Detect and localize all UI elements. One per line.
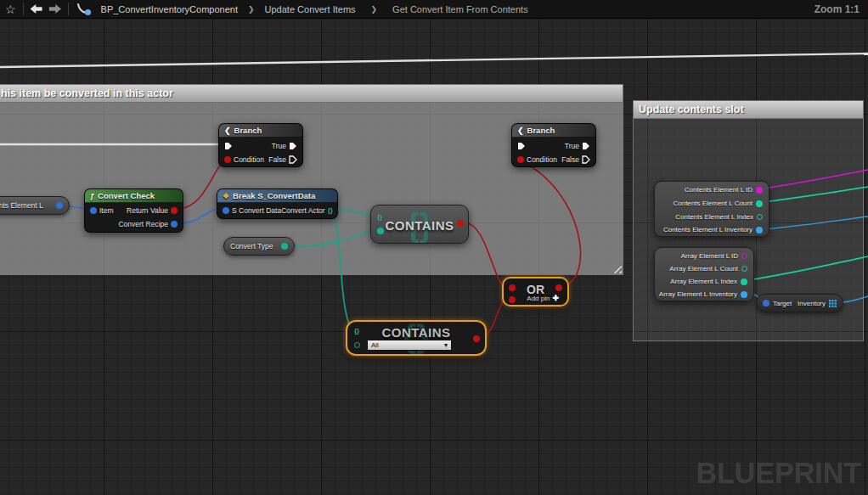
- add-pin-label: Add pin: [527, 295, 550, 302]
- blueprint-watermark: BLUEPRINT: [696, 455, 861, 490]
- variable-label: Contents Element L: [0, 201, 43, 210]
- pin-label: Contents Element L Count: [673, 200, 752, 207]
- node-title: Branch: [234, 126, 262, 135]
- inventory-pin[interactable]: [756, 227, 763, 233]
- pin-label: Convert Actor: [281, 206, 325, 215]
- pin-label: Array Element L ID: [681, 252, 738, 260]
- chevron-down-icon: ▾: [444, 341, 448, 349]
- index-pin[interactable]: [757, 214, 763, 220]
- pin-label: S Convert Data: [232, 206, 281, 215]
- contains-node-1[interactable]: {} CONTAINS {}: [370, 205, 469, 244]
- convert-recipe-pin[interactable]: [171, 221, 178, 228]
- exec-false-pin[interactable]: [289, 155, 297, 164]
- variable-label: Convert Type: [230, 242, 273, 250]
- exec-true-pin[interactable]: [289, 142, 297, 150]
- convert-type-node[interactable]: Convert Type: [223, 237, 295, 256]
- blueprint-graph-canvas[interactable]: his item be converted in this actor Upda…: [0, 0, 868, 495]
- s-convert-data-pin[interactable]: [223, 207, 229, 214]
- plus-icon: ✚: [552, 294, 559, 302]
- breadcrumb-function[interactable]: Update Convert Items: [265, 4, 356, 14]
- target-pin[interactable]: [763, 300, 769, 307]
- branch-icon: ❮: [224, 127, 231, 135]
- inventory-pin[interactable]: [741, 291, 747, 298]
- array-in-pin[interactable]: {}: [377, 214, 382, 221]
- break-struct-node[interactable]: ❖ Break S_ConvertData S Convert Data Con…: [217, 188, 338, 219]
- contains-node-2[interactable]: {} CONTAINS {} All ▾: [346, 320, 487, 356]
- function-icon: ƒ: [90, 192, 94, 200]
- exec-false-pin[interactable]: [582, 155, 590, 164]
- item-pin[interactable]: [90, 207, 97, 214]
- contents-element-outputs-node[interactable]: Contents Element L ID Contents Element L…: [654, 181, 769, 237]
- pin-label: Array Element L Index: [670, 278, 737, 285]
- break-struct-icon: ❖: [223, 192, 229, 200]
- contains-label: CONTAINS: [347, 325, 485, 340]
- breadcrumb-bar: ☆ BP_ConvertInventoryComponent ❯ Update …: [0, 0, 868, 19]
- contents-element-pin[interactable]: [56, 202, 63, 209]
- pin-label: Array Element L Inventory: [659, 290, 737, 298]
- count-pin[interactable]: [756, 200, 763, 207]
- pin-label: Inventory: [798, 300, 826, 307]
- comment-title-bar[interactable]: Update contents slot: [634, 101, 863, 119]
- convert-type-pin[interactable]: [281, 243, 288, 250]
- return-value-pin[interactable]: [171, 207, 178, 214]
- pin-label: Contents Element L Inventory: [663, 226, 752, 233]
- or-in-pin-1[interactable]: [509, 284, 516, 291]
- condition-pin[interactable]: [224, 156, 231, 163]
- pin-label: Contents Element L ID: [685, 186, 752, 194]
- value-in-pin[interactable]: [354, 342, 360, 348]
- or-node[interactable]: OR Add pin ✚: [502, 277, 569, 307]
- comment-title-bar[interactable]: his item be converted in this actor: [0, 85, 623, 103]
- id-pin[interactable]: [756, 187, 763, 194]
- condition-pin[interactable]: [517, 156, 524, 163]
- comment-box-convert-check[interactable]: his item be converted in this actor: [0, 84, 623, 275]
- branch-icon: ❮: [517, 127, 524, 135]
- or-in-pin-2[interactable]: [509, 296, 516, 303]
- node-title: Convert Check: [98, 191, 155, 200]
- breadcrumb-subgraph[interactable]: Get Convert Item From Contents: [392, 4, 528, 14]
- convert-actor-pin[interactable]: {}: [328, 207, 333, 214]
- id-pin[interactable]: [741, 253, 747, 259]
- pin-label: True: [272, 142, 286, 150]
- branch-node-1[interactable]: ❮ Branch True Condition False: [218, 123, 303, 167]
- divider: [68, 3, 69, 15]
- or-out-pin[interactable]: [555, 284, 562, 291]
- convert-check-node[interactable]: ƒ Convert Check Item Return Value Conver…: [84, 188, 183, 233]
- exec-in-pin[interactable]: [517, 142, 526, 150]
- count-pin[interactable]: [741, 266, 747, 272]
- favorite-star-icon[interactable]: ☆: [5, 0, 16, 19]
- contains-label: CONTAINS: [371, 218, 468, 233]
- pin-label: Return Value: [127, 206, 168, 215]
- dropdown-value: All: [371, 341, 379, 349]
- pin-label: Item: [99, 206, 114, 215]
- value-in-pin[interactable]: [377, 228, 384, 234]
- contents-element-node[interactable]: Contents Element L: [0, 196, 70, 215]
- pin-label: True: [565, 142, 579, 150]
- exec-in-pin[interactable]: [224, 142, 233, 150]
- divider: [23, 3, 24, 15]
- result-out-pin[interactable]: [457, 220, 464, 227]
- forward-arrow-icon[interactable]: [49, 4, 61, 14]
- node-title: Break S_ConvertData: [233, 191, 315, 200]
- pin-label: Condition: [234, 155, 264, 164]
- result-out-pin[interactable]: [473, 335, 480, 342]
- pin-label: Convert Recipe: [118, 220, 168, 228]
- array-pin-icon[interactable]: [829, 300, 837, 307]
- zoom-level-label: Zoom 1:1: [814, 3, 860, 15]
- comment-title-text: his item be converted in this actor: [1, 87, 173, 99]
- pin-label: Condition: [527, 155, 557, 164]
- branch-node-2[interactable]: ❮ Branch True Condition False: [511, 123, 596, 167]
- exec-true-pin[interactable]: [582, 142, 590, 150]
- back-arrow-icon[interactable]: [31, 4, 42, 14]
- wire-exec-main: [0, 53, 868, 67]
- array-in-pin[interactable]: {}: [354, 328, 359, 335]
- array-element-outputs-node[interactable]: Array Element L ID Array Element L Count…: [654, 247, 754, 301]
- breadcrumb-root[interactable]: BP_ConvertInventoryComponent: [101, 4, 238, 14]
- contains-dropdown[interactable]: All ▾: [367, 340, 452, 351]
- get-inventory-node[interactable]: Target Inventory: [756, 294, 843, 312]
- pin-label: False: [561, 155, 579, 164]
- add-pin-button[interactable]: Add pin ✚: [527, 294, 559, 302]
- pin-label: Target: [773, 300, 792, 307]
- pin-label: Contents Element L Index: [675, 213, 753, 221]
- breadcrumb-separator: ❯: [371, 5, 378, 14]
- index-pin[interactable]: [741, 278, 747, 285]
